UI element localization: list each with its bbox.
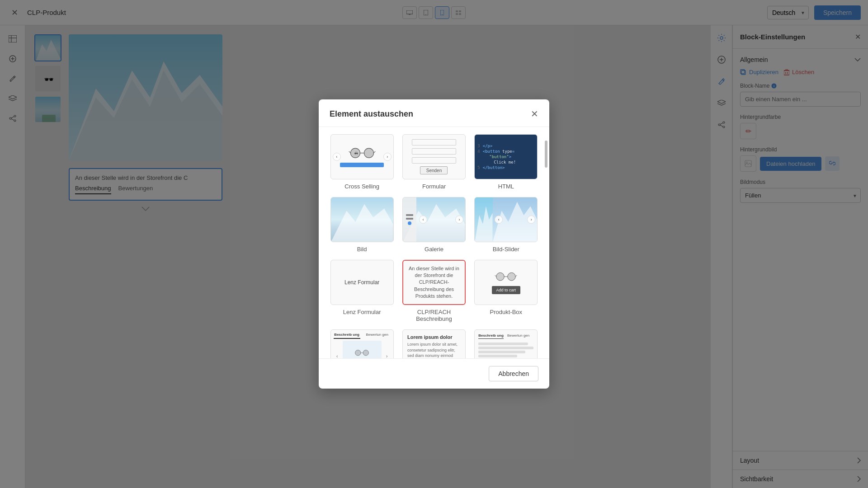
item-cross-selling-preview: ‹ 🕶 <box>330 134 394 179</box>
cancel-button[interactable]: Abbrechen <box>489 366 538 381</box>
bild-mountain-bg <box>331 197 393 242</box>
item-text[interactable]: Lorem ipsum dolor Lorem ipsum dolor sit … <box>401 329 466 358</box>
item-html-label: HTML <box>498 183 514 190</box>
item-lenz-formular[interactable]: Lenz Formular Lenz Formular <box>330 260 394 322</box>
prodbesc-line-1 <box>478 343 528 345</box>
text-preview-inner: Lorem ipsum dolor Lorem ipsum dolor sit … <box>403 330 465 358</box>
form-line-2 <box>412 148 456 155</box>
pslider-main-area: Add to cart <box>343 341 382 358</box>
item-html-preview: 3</p> 4<button type= "button"> Click me!… <box>474 134 538 179</box>
lenz-preview-inner: Lenz Formular <box>331 260 393 305</box>
form-preview-inner: Senden <box>403 135 465 179</box>
svg-point-62 <box>363 350 368 355</box>
pslider-tab-1: Beschreib ung <box>334 333 360 339</box>
modal-body[interactable]: ‹ 🕶 <box>319 127 549 358</box>
item-formular-preview: Senden <box>402 134 466 179</box>
svg-point-56 <box>496 272 505 281</box>
svg-point-61 <box>355 350 361 355</box>
prodbesc-tabs: Beschreib ung Bewertun gen <box>478 333 533 339</box>
clp-preview-text: An dieser Stelle wird in der Storefront … <box>408 265 460 300</box>
item-clp-reach-preview: An dieser Stelle wird in der Storefront … <box>402 260 466 305</box>
item-galerie-label: Galerie <box>425 246 443 253</box>
prodbesc-tab-1: Beschreib ung <box>478 333 504 339</box>
modal-scrollbar-track <box>545 131 547 354</box>
form-line-3 <box>412 157 456 164</box>
text-body: Lorem ipsum dolor sit amet, consetetur s… <box>407 342 461 358</box>
item-formular[interactable]: Senden Formular <box>401 134 466 190</box>
svg-line-49 <box>349 151 350 153</box>
svg-marker-54 <box>475 206 493 242</box>
svg-line-60 <box>516 275 517 277</box>
modal-scrollbar-thumb <box>545 141 547 168</box>
pslider-nav-right[interactable]: › <box>383 341 391 358</box>
prodbesc-line-3 <box>478 351 525 353</box>
item-cross-selling-label: Cross Selling <box>344 183 379 190</box>
item-galerie-preview: ‹ › <box>402 197 466 242</box>
item-bild-preview <box>330 197 394 242</box>
svg-marker-52 <box>331 204 393 242</box>
pslider-product: Add to cart <box>352 349 373 359</box>
pslider-tab-2: Bewertun gen <box>364 333 391 339</box>
item-produktbeschreibung-preview: Beschreib ung Bewertun gen <box>474 329 538 358</box>
item-produkt-box-preview: Add to cart <box>474 260 538 305</box>
pslider-inner: Beschreib ung Bewertun gen ‹ <box>331 330 393 358</box>
pslider-tabs: Beschreib ung Bewertun gen <box>334 333 391 339</box>
prodbesc-line-2 <box>478 347 533 349</box>
item-produktbeschreibung[interactable]: Beschreib ung Bewertun gen Produktbes <box>474 329 538 358</box>
modal-close-button[interactable]: ✕ <box>531 108 538 119</box>
prodbesc-inner: Beschreib ung Bewertun gen <box>475 330 537 358</box>
html-preview-inner: 3</p> 4<button type= "button"> Click me!… <box>475 135 537 179</box>
item-produkt-box-label: Produkt-Box <box>490 309 523 315</box>
modal-header: Element austauschen ✕ <box>319 99 549 127</box>
galerie-nav-right[interactable]: › <box>455 216 463 224</box>
clp-preview-inner: An dieser Stelle wird in der Storefront … <box>403 261 465 304</box>
form-line-1 <box>412 139 456 145</box>
item-html[interactable]: 3</p> 4<button type= "button"> Click me!… <box>474 134 538 190</box>
item-bild-slider[interactable]: ‹ › Bild-Slider <box>474 197 538 253</box>
item-bild[interactable]: Bild <box>330 197 394 253</box>
lenz-preview-text: Lenz Formular <box>344 279 379 286</box>
slider-nav-left[interactable]: ‹ <box>495 216 503 224</box>
element-grid: ‹ 🕶 <box>330 134 538 358</box>
cs-nav-left[interactable]: ‹ <box>333 153 341 161</box>
item-bild-slider-label: Bild-Slider <box>493 246 519 253</box>
modal-title: Element austauschen <box>330 109 413 119</box>
item-produkt-box[interactable]: Add to cart Produkt-Box <box>474 260 538 322</box>
svg-point-57 <box>508 272 516 281</box>
slider-nav-right[interactable]: › <box>527 216 535 224</box>
prodbesc-lines <box>478 343 533 357</box>
prodbesc-line-4 <box>478 355 517 357</box>
text-title: Lorem ipsum dolor <box>407 334 461 340</box>
item-produkt-slider[interactable]: Beschreib ung Bewertun gen ‹ <box>330 329 394 358</box>
item-galerie[interactable]: ‹ › Galerie <box>401 197 466 253</box>
galerie-left-panel <box>403 197 416 242</box>
svg-line-59 <box>495 275 496 277</box>
item-bild-label: Bild <box>357 246 367 253</box>
item-cross-selling[interactable]: ‹ 🕶 <box>330 134 394 190</box>
item-clp-reach-label: CLP/REACH Beschreibung <box>401 309 466 322</box>
item-produkt-slider-preview: Beschreib ung Bewertun gen ‹ <box>330 329 394 358</box>
modal-overlay: Element austauschen ✕ ‹ <box>0 0 868 488</box>
svg-point-47 <box>364 148 373 158</box>
item-formular-label: Formular <box>422 183 446 190</box>
form-send-btn: Senden <box>420 166 448 174</box>
svg-line-50 <box>373 151 375 153</box>
pslider-nav-left[interactable]: ‹ <box>334 341 341 358</box>
modal-footer: Abbrechen <box>319 358 549 389</box>
produktbox-inner: Add to cart <box>475 260 537 305</box>
item-bild-slider-preview: ‹ › <box>474 197 538 242</box>
item-clp-reach[interactable]: An dieser Stelle wird in der Storefront … <box>401 260 466 322</box>
slider-inner: ‹ › <box>475 197 537 242</box>
item-lenz-formular-preview: Lenz Formular <box>330 260 394 305</box>
galerie-nav-left[interactable]: ‹ <box>419 216 427 224</box>
add-to-cart-preview: Add to cart <box>492 286 521 294</box>
prodbesc-tab-2: Bewertun gen <box>507 333 529 339</box>
item-text-preview: Lorem ipsum dolor Lorem ipsum dolor sit … <box>402 329 466 358</box>
item-lenz-formular-label: Lenz Formular <box>343 309 381 315</box>
cs-nav-right[interactable]: › <box>383 153 392 161</box>
element-exchange-modal: Element austauschen ✕ ‹ <box>319 99 549 389</box>
pslider-content: ‹ Add to cart <box>334 341 391 358</box>
svg-text:🕶: 🕶 <box>354 151 358 155</box>
